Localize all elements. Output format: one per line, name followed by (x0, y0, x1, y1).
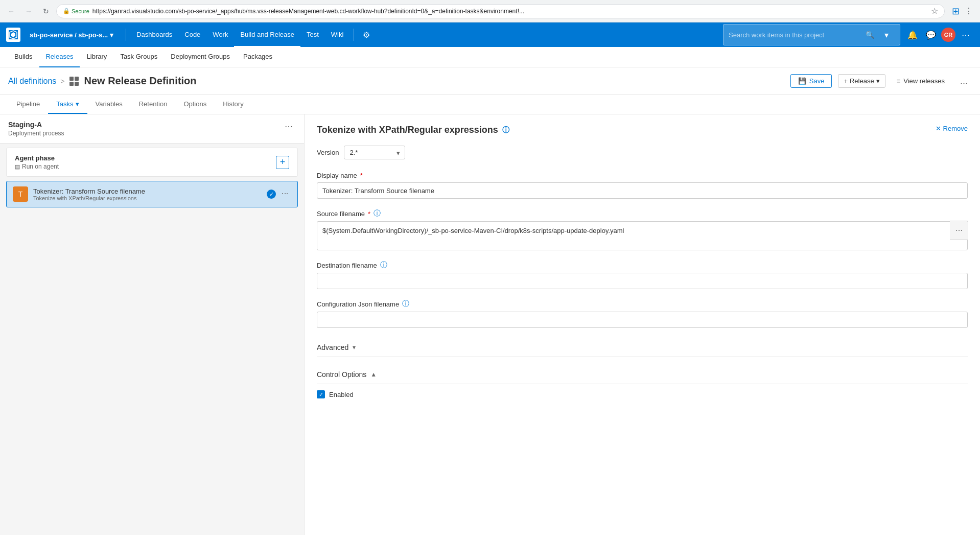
save-button[interactable]: 💾 Save (790, 74, 832, 88)
sub-nav-packages[interactable]: Packages (237, 47, 278, 67)
release-button[interactable]: + Release ▾ (838, 74, 885, 88)
tabs-bar: Pipeline Tasks ▾ Variables Retention Opt… (0, 95, 980, 114)
sub-nav-builds[interactable]: Builds (8, 47, 38, 67)
chat-icon[interactable]: 💬 (923, 27, 939, 43)
all-definitions-link[interactable]: All definitions (8, 77, 56, 86)
more-actions-button[interactable]: ... (956, 74, 972, 88)
source-more-icon: ⋯ (955, 226, 963, 234)
tab-variables[interactable]: Variables (87, 95, 131, 114)
refresh-button[interactable]: ↻ (39, 4, 53, 18)
tab-history[interactable]: History (215, 95, 251, 114)
search-dropdown-icon[interactable]: ▾ (878, 27, 895, 43)
stage-sub: Deployment process (8, 130, 64, 137)
tab-pipeline[interactable]: Pipeline (8, 95, 48, 114)
nav-search: 🔍 ▾ (723, 24, 900, 45)
search-icon: 🔍 (866, 31, 874, 39)
version-select[interactable]: 2.* 1.* ▾ (344, 146, 405, 159)
vs-logo-inner (9, 30, 18, 39)
release-plus-icon: + (844, 77, 848, 85)
task-check-icon: ✓ (267, 190, 276, 199)
secure-badge: 🔒 Secure (63, 8, 89, 14)
extensions-button[interactable]: ⋮ (962, 4, 976, 18)
config-json-filename-field: Configuration Json filename ⓘ (317, 299, 968, 328)
tab-tasks[interactable]: Tasks ▾ (48, 95, 87, 114)
tab-retention[interactable]: Retention (131, 95, 176, 114)
nav-item-wiki[interactable]: Wiki (325, 22, 350, 47)
settings-icon[interactable]: ⚙ (358, 27, 375, 43)
nav-item-code[interactable]: Code (178, 22, 206, 47)
display-name-input[interactable] (317, 182, 968, 199)
sub-nav: Builds Releases Library Task Groups Depl… (0, 47, 980, 67)
breadcrumb-actions: 💾 Save + Release ▾ ≡ View releases ... (790, 74, 972, 88)
add-task-button[interactable]: + (276, 156, 289, 169)
source-required-star: * (368, 210, 370, 218)
destination-filename-input[interactable] (317, 273, 968, 289)
back-button[interactable]: ← (4, 4, 18, 18)
svg-rect-3 (75, 82, 79, 86)
forward-button[interactable]: → (21, 4, 36, 18)
nav-divider-2 (354, 29, 354, 41)
source-info-icon[interactable]: ⓘ (374, 209, 381, 218)
vs-logo (6, 28, 20, 42)
stage-more-button[interactable]: ⋯ (282, 121, 296, 132)
browser-actions: ⊞ ⋮ (952, 4, 976, 18)
bookmark-icon[interactable]: ☆ (931, 6, 938, 16)
left-panel: Staging-A Deployment process ⋯ Agent pha… (0, 114, 305, 535)
nav-item-dashboards[interactable]: Dashboards (130, 22, 178, 47)
agent-phase: Agent phase ▤ Run on agent + (6, 148, 298, 177)
agent-phase-name: Agent phase (15, 154, 59, 162)
advanced-section[interactable]: Advanced ▾ (317, 338, 968, 357)
source-filename-label: Source filename * ⓘ (317, 209, 968, 218)
breadcrumb-area: All definitions > New Release Definition… (0, 67, 980, 95)
avatar[interactable]: GR (941, 28, 955, 42)
config-info-icon[interactable]: ⓘ (402, 299, 409, 309)
remove-x-icon: ✕ (936, 125, 941, 132)
page-title-text: New Release Definition (84, 75, 196, 87)
nav-item-test[interactable]: Test (300, 22, 325, 47)
main-layout: Staging-A Deployment process ⋯ Agent pha… (0, 114, 980, 535)
release-dropdown-icon: ▾ (876, 77, 880, 85)
config-json-label: Configuration Json filename ⓘ (317, 299, 968, 309)
control-options-header[interactable]: Control Options ▲ (317, 365, 968, 384)
agent-phase-sub: ▤ Run on agent (15, 163, 59, 170)
stage-info: Staging-A Deployment process (8, 121, 64, 137)
task-info-icon[interactable]: ⓘ (502, 126, 509, 135)
sub-nav-releases[interactable]: Releases (39, 47, 79, 67)
task-context-menu-icon[interactable]: ⋮ (279, 189, 291, 199)
vs-nav: sb-po-service / sb-po-s... ▾ Dashboards … (0, 22, 980, 47)
windows-icon: ⊞ (952, 6, 960, 17)
agent-icon: ▤ (15, 163, 20, 170)
sub-nav-task-groups[interactable]: Task Groups (114, 47, 164, 67)
add-icon: + (280, 157, 286, 168)
dest-info-icon[interactable]: ⓘ (380, 261, 387, 270)
advanced-chevron-icon: ▾ (353, 344, 356, 351)
task-item[interactable]: T Tokenizer: Transform Source filename T… (6, 181, 298, 207)
source-filename-input[interactable]: $(System.DefaultWorkingDirectory)/_sb-po… (317, 221, 968, 250)
task-sub: Tokenize with XPath/Regular expressions (33, 195, 262, 201)
url-text[interactable]: https://ganrad.visualstudio.com/sb-po-se… (92, 8, 524, 15)
sub-nav-deployment-groups[interactable]: Deployment Groups (165, 47, 236, 67)
definition-icon (68, 76, 80, 87)
project-name: sb-po-service / sb-po-s... (30, 31, 108, 39)
more-nav-icon[interactable]: ⋯ (958, 27, 974, 43)
stage-more-icon: ⋯ (285, 122, 293, 131)
nav-item-build-release[interactable]: Build and Release (234, 22, 300, 47)
search-input[interactable] (729, 31, 861, 39)
version-dropdown[interactable]: 2.* 1.* (344, 146, 405, 159)
task-actions: ✓ ⋮ (267, 189, 291, 199)
tab-options[interactable]: Options (175, 95, 215, 114)
nav-divider (126, 29, 126, 41)
control-options-section: Control Options ▲ ✓ Enabled (317, 365, 968, 398)
project-switcher[interactable]: sb-po-service / sb-po-s... ▾ (26, 29, 118, 41)
source-more-button[interactable]: ⋯ (950, 221, 968, 240)
config-json-input[interactable] (317, 312, 968, 328)
remove-button[interactable]: ✕ Remove (936, 125, 968, 132)
sub-nav-library[interactable]: Library (81, 47, 113, 67)
view-releases-button[interactable]: ≡ View releases (892, 75, 950, 87)
enabled-checkbox[interactable]: ✓ (317, 390, 325, 398)
version-label: Version (317, 149, 339, 156)
notifications-icon[interactable]: 🔔 (904, 27, 921, 43)
nav-item-work[interactable]: Work (206, 22, 234, 47)
task-name: Tokenizer: Transform Source filename (33, 187, 262, 195)
svg-rect-2 (69, 82, 74, 86)
